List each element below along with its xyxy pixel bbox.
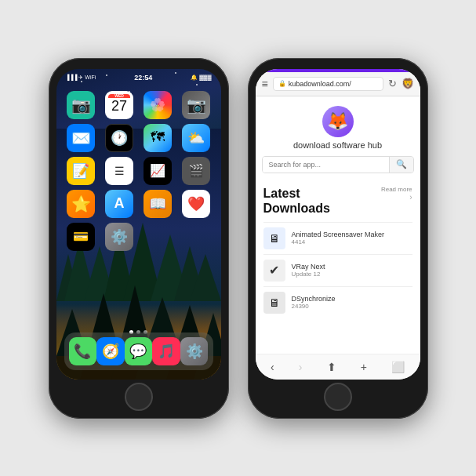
tabs-button[interactable]: ⬜ [391, 361, 405, 373]
cydia-icon: ⭐ [67, 190, 95, 218]
calendar-icon: WED 27 [105, 91, 133, 119]
read-more[interactable]: Read more › [381, 186, 412, 202]
dock-music[interactable]: 🎵 [152, 337, 180, 365]
mail-icon: ✉️ [67, 124, 95, 152]
dock-phone[interactable]: 📞 [69, 337, 97, 365]
maps-icon: 🗺 [144, 124, 172, 152]
phones-container: ▐▐▐ ✈ WiFi 22:54 🔔 ▓▓▓ 📷 [49, 58, 428, 419]
reminders-icon: ☰ [105, 157, 133, 185]
search-bar: 🔍 [262, 156, 414, 173]
books-icon: 📖 [144, 190, 172, 218]
download-item-2[interactable]: ✔ VRay Next Update 12 [263, 254, 412, 286]
weather-icon: ⛅ [182, 124, 210, 152]
app-facetime[interactable]: 📷 [64, 91, 98, 119]
latest-header: Latest Downloads Read more › [263, 186, 412, 216]
new-tab-button[interactable]: + [361, 361, 367, 373]
latest-title: Latest Downloads [263, 186, 330, 216]
download-item-1[interactable]: 🖥 Animated Screensaver Maker 4414 [263, 222, 412, 254]
stocks-icon: 📈 [144, 157, 172, 185]
facetime-icon: 📷 [67, 91, 95, 119]
download-thumb-2: ✔ [263, 260, 285, 282]
notes-icon: 📝 [67, 157, 95, 185]
clock-icon: 🕐 [105, 124, 133, 152]
appstore-icon: A [105, 190, 133, 218]
app-camera[interactable]: 📷 [180, 91, 213, 119]
thumb-icon-3: 🖥 [263, 292, 285, 314]
reload-icon[interactable]: ↻ [388, 78, 397, 89]
app-stocks[interactable]: 📈 [141, 157, 175, 185]
left-phone: ▐▐▐ ✈ WiFi 22:54 🔔 ▓▓▓ 📷 [49, 58, 229, 419]
app-files[interactable]: 🎬 [180, 157, 213, 185]
left-phone-screen: ▐▐▐ ✈ WiFi 22:54 🔔 ▓▓▓ 📷 [56, 69, 221, 380]
download-item-3[interactable]: 🖥 DSynchronize 24390 [263, 286, 412, 318]
download-sub-3: 24390 [292, 303, 412, 310]
download-sub-1: 4414 [292, 238, 412, 245]
search-button[interactable]: 🔍 [389, 157, 413, 173]
app-grid: 📷 WED 27 🌸 [56, 86, 221, 256]
app-health[interactable]: ❤️ [180, 190, 213, 218]
dock-settings[interactable]: ⚙️ [180, 337, 209, 365]
download-info-1: Animated Screensaver Maker 4414 [292, 231, 412, 245]
health-icon: ❤️ [182, 190, 210, 218]
url-bar[interactable]: 🔒 kubadownload.com/ [273, 77, 383, 91]
status-bar: ▐▐▐ ✈ WiFi 22:54 🔔 ▓▓▓ [56, 74, 221, 82]
download-thumb-1: 🖥 [263, 227, 285, 249]
app-appstore[interactable]: A [103, 190, 136, 218]
right-phone: ≡ 🔒 kubadownload.com/ ↻ 🦁 🦊 [248, 58, 428, 419]
brave-icon[interactable]: 🦁 [402, 78, 414, 89]
app-settings[interactable]: ⚙️ [103, 223, 136, 251]
hamburger-icon[interactable]: ≡ [262, 78, 268, 90]
app-photos[interactable]: 🌸 [141, 91, 175, 119]
share-button[interactable]: ⬆ [327, 361, 336, 373]
browser-nav-bar: ≡ 🔒 kubadownload.com/ ↻ 🦁 [256, 72, 420, 96]
download-sub-2: Update 12 [292, 271, 412, 278]
app-clock[interactable]: 🕐 [103, 124, 136, 152]
site-logo: 🦊 [322, 106, 354, 137]
app-notes[interactable]: 📝 [64, 157, 98, 185]
url-text: kubadownload.com/ [289, 80, 351, 88]
thumb-icon-1: 🖥 [263, 227, 285, 249]
app-wallet[interactable]: 💳 [64, 223, 98, 251]
dock-safari[interactable]: 🧭 [96, 337, 125, 365]
ios-home-screen: ▐▐▐ ✈ WiFi 22:54 🔔 ▓▓▓ 📷 [56, 69, 221, 380]
browser-screen: ≡ 🔒 kubadownload.com/ ↻ 🦁 🦊 [256, 69, 420, 380]
app-maps[interactable]: 🗺 [141, 124, 175, 152]
wallet-icon: 💳 [67, 223, 95, 251]
app-calendar[interactable]: WED 27 [103, 91, 136, 119]
settings-icon: ⚙️ [105, 223, 133, 251]
app-cydia[interactable]: ⭐ [64, 190, 98, 218]
download-info-3: DSynchronize 24390 [292, 295, 412, 310]
thumb-icon-2: ✔ [263, 260, 285, 282]
download-name-1: Animated Screensaver Maker [292, 231, 412, 238]
download-name-2: VRay Next [292, 263, 412, 271]
home-button-right[interactable] [324, 383, 352, 411]
search-input[interactable] [263, 157, 389, 173]
app-books[interactable]: 📖 [141, 190, 175, 218]
photos-icon: 🌸 [144, 91, 172, 119]
download-name-3: DSynchronize [292, 295, 412, 303]
dock-messages[interactable]: 💬 [125, 337, 153, 365]
battery-icon: 🔔 ▓▓▓ [191, 74, 211, 81]
signal-icon: ▐▐▐ ✈ WiFi [66, 74, 96, 81]
camera-icon: 📷 [182, 91, 210, 119]
site-title: download software hub [293, 140, 382, 150]
browser-content: 🦊 download software hub 🔍 Latest [256, 96, 420, 354]
latest-downloads-section: Latest Downloads Read more › [256, 180, 420, 322]
home-button[interactable] [125, 383, 153, 411]
dock: 📞 🧭 💬 🎵 ⚙️ [64, 332, 213, 370]
download-list: 🖥 Animated Screensaver Maker 4414 ✔ [263, 222, 412, 318]
app-mail[interactable]: ✉️ [64, 124, 98, 152]
read-more-arrow: › [409, 193, 412, 202]
files-icon: 🎬 [182, 157, 210, 185]
site-header: 🦊 download software hub [256, 96, 420, 156]
right-phone-screen: ≡ 🔒 kubadownload.com/ ↻ 🦁 🦊 [256, 69, 420, 380]
lock-icon: 🔒 [278, 80, 286, 87]
browser-bottom-nav: ‹ › ⬆ + ⬜ [256, 354, 420, 380]
time-display: 22:54 [134, 74, 152, 82]
app-weather[interactable]: ⛅ [180, 124, 213, 152]
download-thumb-3: 🖥 [263, 292, 285, 314]
back-button[interactable]: ‹ [271, 361, 274, 373]
app-reminders[interactable]: ☰ [103, 157, 136, 185]
download-info-2: VRay Next Update 12 [292, 263, 412, 278]
forward-button[interactable]: › [299, 361, 303, 373]
